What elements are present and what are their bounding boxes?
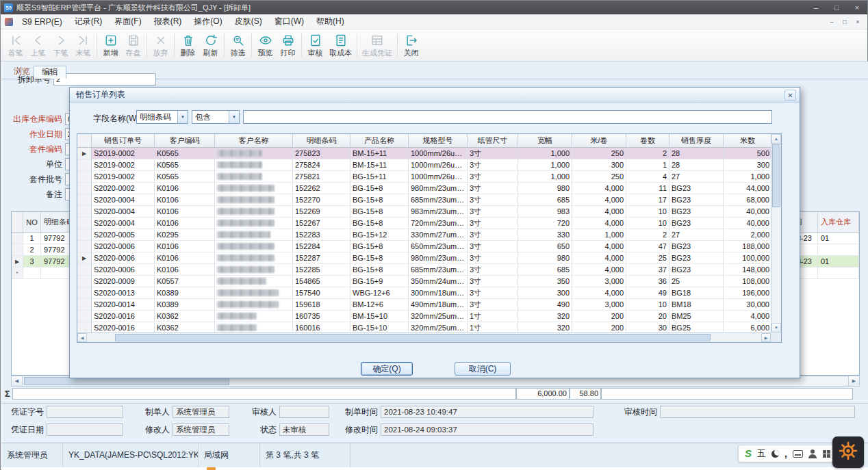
sales-order-row[interactable]: S2020-0002K0106152262BG-15+8980mm/23um…3…: [77, 183, 771, 194]
ok-button[interactable]: 确定(Q): [361, 362, 413, 376]
chevron-down-icon[interactable]: ▼: [229, 111, 239, 123]
window-title: 顺景S9智能ERP管理平台 - 广东顺景软件科技有限公司_QJY - [拆卸单]: [16, 3, 251, 13]
scroll-right-icon[interactable]: ▶: [761, 333, 771, 342]
filter-icon: [231, 34, 245, 47]
audit-time-input[interactable]: [660, 406, 855, 418]
cancel-button[interactable]: 取消(C): [455, 362, 511, 376]
column-header-4: 明细条码: [293, 134, 350, 147]
toolbar-button-filter[interactable]: 筛选: [227, 31, 249, 60]
cell: [215, 218, 293, 229]
cell: 980mm/23um…: [409, 252, 468, 263]
mdi-close-icon[interactable]: ×: [852, 16, 863, 27]
menu-item-5[interactable]: 操作(O): [188, 14, 228, 29]
column-header-3: 客户名称: [215, 134, 293, 147]
dialog-close-icon[interactable]: ✕: [784, 90, 796, 101]
cell: 4: [626, 171, 669, 182]
scroll-left-icon[interactable]: ◀: [77, 333, 87, 342]
menu-item-2[interactable]: 记录(R): [68, 14, 109, 29]
cell: BG23: [669, 264, 724, 275]
toolbar-button-audit[interactable]: 审核: [304, 31, 327, 60]
modify-time-label: 修改时间: [337, 423, 378, 436]
toolbox-grid-icon[interactable]: [823, 450, 830, 458]
half-width-moon-icon[interactable]: [771, 450, 779, 458]
row-indicator: [77, 322, 92, 332]
cell: 320mm/25um…: [409, 322, 468, 332]
toolbar-button-delete[interactable]: 删除: [177, 31, 199, 60]
sales-order-row[interactable]: S2020-0006K0106152284BG-15+8650mm/23um…3…: [77, 241, 771, 252]
chevron-down-icon[interactable]: ▼: [177, 111, 188, 123]
toolbar-button-refresh[interactable]: 刷新: [199, 31, 222, 60]
cell: 320: [518, 311, 572, 322]
cell: S2020-0004: [92, 194, 155, 205]
menu-item-8[interactable]: 帮助(H): [310, 14, 350, 29]
toolbar-button-preview[interactable]: 预览: [254, 31, 277, 60]
grid-hscrollbar[interactable]: ◀ ▶: [77, 332, 771, 342]
sales-order-row[interactable]: S2020-0013K0389157540WBG-12+6300mm/18um……: [77, 287, 771, 299]
sales-order-row[interactable]: S2020-0004K0106152270BG-15+8685mm/23um…3…: [77, 194, 771, 206]
menu-item-3[interactable]: 界面(F): [108, 14, 147, 29]
scroll-up-icon[interactable]: ▲: [771, 134, 781, 144]
auditor-input[interactable]: [279, 406, 329, 418]
tab-edit[interactable]: 编辑: [34, 66, 66, 79]
scroll-down-icon[interactable]: ▼: [771, 323, 781, 332]
grid-vscrollbar[interactable]: ▲ ▼: [771, 134, 781, 332]
sales-order-row[interactable]: ▶S2019-0002K0565275823BM-15+111000mm/26u…: [77, 148, 771, 159]
menu-item-4[interactable]: 报表(R): [148, 14, 188, 29]
sales-order-row[interactable]: S2019-0002K0565275824BM-15+111000mm/26u……: [77, 159, 771, 171]
sales-order-row[interactable]: ▶S2020-0006K0106152287BG-15+8980mm/23um……: [77, 252, 771, 264]
mdi-minimize-icon[interactable]: –: [826, 16, 837, 27]
cell: K0565: [155, 159, 215, 170]
close-icon[interactable]: ×: [847, 1, 867, 14]
voucher-no-input[interactable]: [47, 406, 123, 418]
toolbar-button-label: 上笔: [31, 48, 46, 58]
scrollbar-thumb[interactable]: [772, 144, 780, 207]
sales-order-row[interactable]: S2020-0005K0295152283BG-15+12330mm/27um……: [77, 229, 771, 241]
punctuation-icon[interactable]: ,: [784, 450, 787, 457]
menu-item-7[interactable]: 窗口(W): [268, 14, 310, 29]
create-time-input[interactable]: 2021-08-23 10:49:47: [381, 406, 593, 418]
cell: K0389: [155, 287, 215, 298]
cell: 720mm/23um…: [409, 218, 468, 229]
sales-order-row[interactable]: S2020-0016K0362160016BG-15+10320mm/25um……: [77, 322, 771, 332]
redacted-customer-name: [217, 324, 257, 331]
sales-order-list-dialog: 销售订单列表 ✕ 字段名称(W) 明细条码 ▼ 包含 ▼ 销售订单号客户编码客户…: [69, 87, 800, 378]
column-header-12: 米数: [724, 134, 772, 147]
floating-assistant-widget[interactable]: [832, 436, 864, 468]
field-name-select[interactable]: 明细条码 ▼: [136, 110, 188, 124]
sales-order-row[interactable]: S2020-0016K0362160735BM-15+10320mm/25um……: [77, 311, 771, 322]
sales-order-row[interactable]: S2020-0004K0106152267BG-15+8720mm/23um…3…: [77, 218, 771, 229]
account-icon[interactable]: [808, 449, 817, 458]
toolbar-button-cost[interactable]: 取成本: [327, 31, 355, 60]
toolbar-button-label: 放弃: [153, 48, 168, 58]
filter-search-input[interactable]: [243, 110, 772, 124]
sales-order-row[interactable]: S2020-0006K0106152285BG-15+8685mm/23um…3…: [77, 264, 771, 276]
maximize-icon[interactable]: □: [826, 1, 847, 14]
toolbar-button-add[interactable]: 新增: [99, 31, 122, 60]
redacted-customer-name: [217, 231, 270, 238]
minimize-icon[interactable]: –: [806, 1, 826, 14]
sales-order-row[interactable]: S2019-0002K0565275821BG-15+111000mm/26u……: [77, 171, 771, 183]
scrollbar-thumb[interactable]: [115, 334, 711, 341]
sales-order-row[interactable]: S2020-0009K0557154865BG-15+9350mm/24um…3…: [77, 276, 771, 287]
ime-mode-label[interactable]: 五: [757, 448, 766, 459]
cell: [215, 159, 293, 170]
creator-input[interactable]: 系统管理员: [173, 406, 229, 418]
toolbar-button-close[interactable]: 关闭: [400, 31, 422, 60]
sales-order-row[interactable]: S2020-0004K0106152269BG-15+8983mm/23um…3…: [77, 206, 771, 218]
toolbar-button-label: 取成本: [329, 48, 352, 58]
sogou-logo-icon[interactable]: S: [745, 448, 752, 459]
modifier-input[interactable]: 系统管理员: [173, 423, 229, 436]
mdi-restore-icon[interactable]: □: [839, 16, 850, 27]
status-input[interactable]: 未审核: [279, 423, 329, 436]
soft-keyboard-icon[interactable]: [793, 450, 803, 458]
column-header-2: 客户编码: [155, 134, 215, 147]
sales-order-row[interactable]: S2020-0014K0389159618BM-12+6490mm/18um…3…: [77, 299, 771, 311]
voucher-date-input[interactable]: [47, 423, 123, 436]
cell: 330mm/27um…: [409, 229, 468, 240]
menu-item-1[interactable]: S9 ERP(E): [16, 14, 68, 29]
operator-select[interactable]: 包含 ▼: [192, 110, 240, 124]
menu-item-6[interactable]: 皮肤(S): [229, 14, 268, 29]
modify-time-input[interactable]: 2021-08-24 09:03:37: [381, 423, 593, 436]
toolbar-button-print[interactable]: 打印: [277, 31, 299, 60]
cell: 20: [626, 311, 669, 322]
